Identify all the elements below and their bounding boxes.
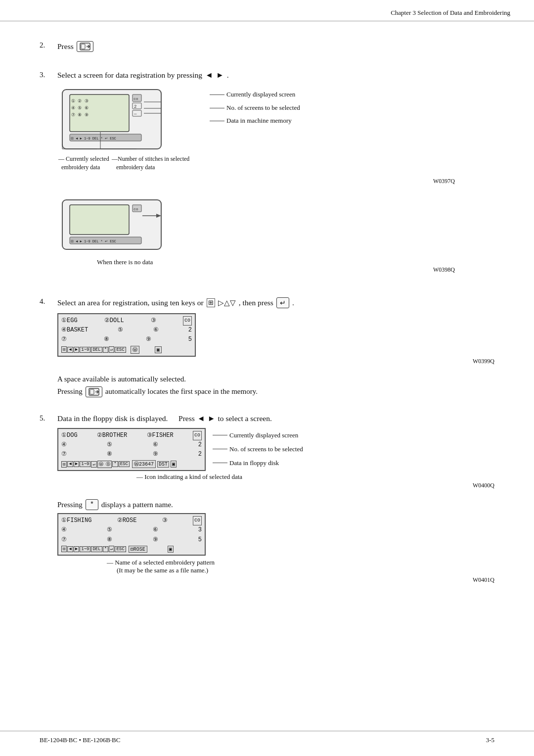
diagram-4-section: ①EGG ②DOLL ③ co ④BASKET ⑤ ⑥ 2 ⑦ ⑧ ⑨ xyxy=(57,313,494,365)
s51-tb-wb[interactable]: Ⓦ Ⓑ xyxy=(97,461,112,468)
bottom-note-5-1-text: — xyxy=(136,473,143,480)
s52-r2-val: 3 xyxy=(198,525,202,535)
s51-tb-right[interactable]: ► xyxy=(74,461,79,467)
s52-tb-left[interactable]: ◄ xyxy=(67,546,73,552)
s51-row1: ①DOG ②BROTHER ③FISHER co xyxy=(61,431,202,440)
svg-text:co: co xyxy=(134,207,138,211)
s4-r3-c1: ⑦ xyxy=(61,335,67,344)
bottom-note-5-1-label: Icon indicating a kind of selected data xyxy=(144,473,242,480)
s51-r1-c1: ①DOG xyxy=(61,431,78,440)
s52-tb-19[interactable]: 1~9 xyxy=(80,546,90,552)
ten-key-icon: ⊞ xyxy=(207,298,215,307)
s51-tb-esc[interactable]: ESC xyxy=(119,461,130,467)
wcode-2: W0398Q xyxy=(57,266,494,274)
tb-del[interactable]: DEL xyxy=(91,347,102,353)
arrow-right-1: ► xyxy=(216,71,224,80)
wcode-5-1-text: W0400Q xyxy=(473,482,494,489)
step-2-btn[interactable] xyxy=(77,41,93,52)
s51-sq-icon: ▣ xyxy=(171,461,177,468)
note-5-1-2-text: No. of screens to be selected xyxy=(229,443,303,456)
pressing-star-btn[interactable]: * xyxy=(86,499,98,510)
wcode-5-2: W0401Q xyxy=(57,576,494,584)
step-4-number: 4. xyxy=(40,297,54,306)
line-3 xyxy=(210,121,224,121)
note-pressing-4: Pressing automatically locates the first… xyxy=(57,386,494,397)
tb-left[interactable]: ◄ xyxy=(67,347,73,353)
machine-illustration-1: ① ② ③ ④ ⑤ ⑥ ⑦ ⑧ ⑨ co 2 — xyxy=(57,85,201,156)
step-4-enter-btn[interactable]: ↵ xyxy=(276,297,289,308)
s51-tb-star[interactable]: * xyxy=(112,461,118,467)
s52-r1-c2: ②ROSE xyxy=(117,516,137,525)
svg-text:⊟ ◄ ► 1~9 DEL * ↵ ESC: ⊟ ◄ ► 1~9 DEL * ↵ ESC xyxy=(71,137,116,141)
pressing-btn-4[interactable] xyxy=(86,386,102,397)
s52-tb-esc[interactable]: ESC xyxy=(115,546,126,552)
s52-tb-star[interactable]: * xyxy=(103,546,108,552)
pressing-star-line: Pressing * displays a pattern name. xyxy=(57,499,494,510)
s52-row2: ④ ⑤ ⑥ 3 xyxy=(61,525,202,535)
s51-r2-c3: ⑥ xyxy=(153,440,158,450)
line-5-1-3 xyxy=(213,463,227,463)
bottom-note-5-2-line1: Name of a selected embroidery pattern xyxy=(115,559,215,566)
line-1 xyxy=(210,94,224,95)
s51-tb-enter[interactable]: ↵ xyxy=(91,461,96,468)
tb-w-icon: Ⓦ xyxy=(131,346,139,354)
step-5-title3: to select a screen. xyxy=(218,414,271,423)
bottom-note-5-2-line2: (It may be the same as a file name.) xyxy=(117,567,208,574)
s4-r3-c3: ⑨ xyxy=(146,335,151,344)
s51-w-val: Ⓦ23647 xyxy=(132,460,156,468)
s51-tb-home[interactable]: ⊟ xyxy=(61,461,67,468)
screen-5-2: ①FISHING ②ROSE ③ co ④ ⑤ ⑥ 3 ⑦ ⑧ ⑨ xyxy=(57,513,206,556)
machine-illustration-2: co ⊟ ◄ ► 1~9 DEL * ↵ ESC xyxy=(57,195,201,256)
tb-star[interactable]: * xyxy=(103,347,108,353)
tb-19[interactable]: 1~9 xyxy=(80,347,90,353)
right-annotations-5-1: Currently displayed screen No. of screen… xyxy=(213,428,303,471)
step-4-arrows: ▷△▽ xyxy=(218,298,236,307)
s52-tb-home[interactable]: ⊟ xyxy=(61,546,67,552)
step-3-text: Select a screen for data registration by… xyxy=(57,71,494,80)
s51-r3-val: 2 xyxy=(198,450,202,459)
wcode-4-text: W0399Q xyxy=(473,358,494,365)
s4-r1-c3: ③ xyxy=(151,316,156,326)
note-text-1: Currently displayed screen xyxy=(226,89,295,101)
bottom-note-5-2b: (It may be the same as a file name.) xyxy=(57,567,494,574)
screen-4-row3: ⑦ ⑧ ⑨ 5 xyxy=(61,335,192,344)
diagram-5-2-section: ①FISHING ②ROSE ③ co ④ ⑤ ⑥ 3 ⑦ ⑧ ⑨ xyxy=(57,513,494,584)
line-2 xyxy=(210,108,224,108)
s51-row2: ④ ⑤ ⑥ 2 xyxy=(61,440,202,450)
step-5-number: 5. xyxy=(40,414,54,423)
step-4-body: Select an area for registration, using t… xyxy=(57,297,494,400)
step-4-text: Select an area for registration, using t… xyxy=(57,297,494,308)
note-data-machine: Data in machine memory xyxy=(210,115,300,127)
tb-enter[interactable]: ↵ xyxy=(109,346,114,353)
svg-text:—: — xyxy=(134,112,137,117)
tb-home[interactable]: ⊟ xyxy=(61,346,67,353)
s4-r2-val: 2 xyxy=(188,326,192,335)
diagram-1-row: ① ② ③ ④ ⑤ ⑥ ⑦ ⑧ ⑨ co 2 — xyxy=(57,85,494,156)
s52-r2-c2: ⑤ xyxy=(107,525,112,535)
s52-rose-val: ⊟ROSE xyxy=(129,546,147,553)
screen-5-1: ①DOG ②BROTHER ③FISHER co ④ ⑤ ⑥ 2 ⑦ xyxy=(57,428,206,472)
s4-r3-c2: ⑧ xyxy=(104,335,109,344)
s52-r2-c3: ⑥ xyxy=(153,525,158,535)
tb-right[interactable]: ► xyxy=(74,347,79,353)
arrow-left-1: ◄ xyxy=(205,71,213,80)
screen-4-row1: ①EGG ②DOLL ③ co xyxy=(61,316,192,326)
bottom-note-5-1: — Icon indicating a kind of selected dat… xyxy=(57,473,494,481)
no-data-text: When there is no data xyxy=(97,258,153,266)
svg-text:④    ⑤     ⑥: ④ ⑤ ⑥ xyxy=(71,106,89,111)
tb-esc[interactable]: ESC xyxy=(115,347,126,353)
s51-r1-icon: co xyxy=(193,431,202,440)
s52-r1-c1: ①FISHING xyxy=(61,516,91,525)
wcode-1-text: W0397Q xyxy=(57,178,494,185)
s51-tb-left[interactable]: ◄ xyxy=(67,461,73,467)
note-no-screens: No. of screens to be selected xyxy=(210,102,300,114)
s52-tb-del[interactable]: DEL xyxy=(91,546,102,552)
s51-tb-19[interactable]: 1~9 xyxy=(80,461,90,467)
s52-tb-right[interactable]: ► xyxy=(74,546,79,552)
note-currently-displayed: Currently displayed screen xyxy=(210,89,300,101)
svg-text:co: co xyxy=(134,96,138,101)
svg-text:①    ②     ③: ① ② ③ xyxy=(71,99,89,104)
step-2-label: Press xyxy=(57,42,74,51)
s52-tb-enter[interactable]: ↵ xyxy=(109,546,114,552)
pressing-post-4: automatically locates the first space in… xyxy=(105,387,258,396)
